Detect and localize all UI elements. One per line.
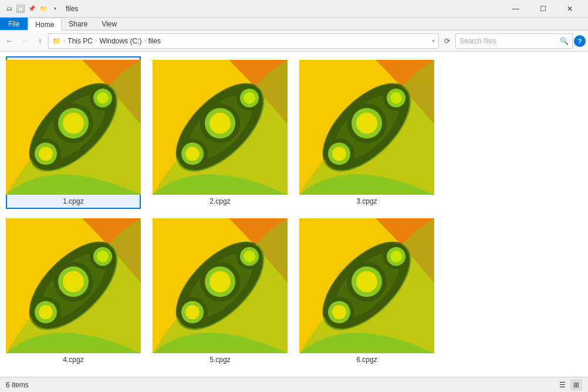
window-title: files (66, 5, 78, 13)
toolbar: ← → ↑ 📁 › This PC › Windows (C:) › files… (0, 31, 588, 52)
svg-point-9 (63, 113, 84, 134)
file-item[interactable]: 6.cpgz (299, 215, 434, 367)
svg-point-45 (97, 251, 109, 262)
details-view-button[interactable]: ☰ (556, 379, 568, 391)
folder-icon: 📁 (39, 4, 48, 13)
file-name: 6.cpgz (356, 356, 377, 364)
svg-point-6 (97, 92, 109, 104)
addr-dropdown-icon[interactable]: ▾ (432, 38, 435, 44)
file-thumbnail (299, 60, 434, 195)
addr-sep1: › (95, 38, 97, 44)
addr-chevron: › (63, 38, 65, 44)
file-name: 1.cpgz (63, 197, 83, 205)
svg-point-74 (356, 271, 377, 292)
file-thumbnail (153, 218, 288, 353)
forward-button[interactable]: → (18, 33, 32, 49)
tab-home[interactable]: Home (28, 18, 62, 31)
svg-point-25 (185, 147, 200, 161)
status-bar: 6 items ☰ ⊞ (0, 377, 588, 392)
address-bar[interactable]: 📁 › This PC › Windows (C:) › files ▾ (48, 33, 439, 49)
maximize-button[interactable]: ☐ (529, 0, 556, 18)
file-item[interactable]: 3.cpgz (299, 56, 434, 209)
svg-point-58 (244, 251, 255, 262)
title-bar-icons: 🗂 □ 📌 📁 ▾ (5, 4, 60, 13)
file-thumbnail (299, 218, 434, 353)
svg-point-61 (209, 271, 231, 292)
tab-share[interactable]: Share (62, 18, 94, 30)
svg-point-48 (63, 271, 84, 292)
svg-point-35 (356, 113, 377, 134)
file-item[interactable]: 4.cpgz (6, 215, 141, 367)
svg-point-38 (332, 147, 346, 161)
new-icon: □ (16, 5, 25, 13)
large-icons-view-button[interactable]: ⊞ (570, 379, 582, 391)
file-name: 4.cpgz (63, 356, 83, 364)
title-bar: 🗂 □ 📌 📁 ▾ files — ☐ ✕ (0, 0, 588, 18)
search-bar[interactable]: Search files 🔍 (455, 33, 573, 49)
file-thumbnail (153, 60, 288, 195)
file-grid: 1.cpgz 2.cpgz (0, 52, 588, 377)
pin-icon: 📌 (27, 4, 36, 13)
addr-folder-icon: 📁 (52, 37, 61, 45)
tab-file[interactable]: File (0, 18, 28, 30)
item-count: 6 items (6, 381, 29, 389)
minimize-button[interactable]: — (502, 0, 529, 18)
window-icon: 🗂 (5, 4, 14, 13)
window-controls: — ☐ ✕ (502, 0, 583, 18)
addr-windows-c: Windows (C:) (99, 37, 141, 45)
svg-point-22 (209, 113, 231, 134)
svg-point-64 (185, 305, 200, 319)
addr-this-pc: This PC (67, 37, 93, 45)
close-button[interactable]: ✕ (556, 0, 583, 18)
svg-point-71 (390, 251, 402, 262)
file-item[interactable]: 5.cpgz (153, 215, 288, 367)
ribbon-tabs: File Home Share View (0, 18, 588, 31)
file-thumbnail (6, 60, 141, 195)
file-thumbnail (6, 218, 141, 353)
file-name: 2.cpgz (209, 197, 230, 205)
svg-point-12 (39, 147, 53, 161)
file-item[interactable]: 1.cpgz (6, 56, 141, 209)
svg-point-19 (244, 92, 255, 104)
search-icon: 🔍 (560, 37, 569, 45)
file-name: 3.cpgz (356, 197, 377, 205)
help-button[interactable]: ? (574, 35, 586, 47)
file-name: 5.cpgz (209, 356, 230, 364)
up-button[interactable]: ↑ (33, 33, 47, 49)
search-placeholder: Search files (459, 37, 557, 45)
dropdown-icon[interactable]: ▾ (50, 4, 60, 13)
svg-point-77 (332, 305, 346, 319)
addr-sep2: › (144, 38, 146, 44)
svg-point-51 (39, 305, 53, 319)
svg-point-32 (390, 92, 402, 104)
file-item[interactable]: 2.cpgz (153, 56, 288, 209)
view-controls: ☰ ⊞ (556, 379, 582, 391)
tab-view[interactable]: View (94, 18, 124, 30)
main-area: 1.cpgz 2.cpgz (0, 52, 588, 377)
refresh-button[interactable]: ⟳ (440, 33, 454, 49)
addr-files: files (148, 37, 161, 45)
back-button[interactable]: ← (2, 33, 16, 49)
